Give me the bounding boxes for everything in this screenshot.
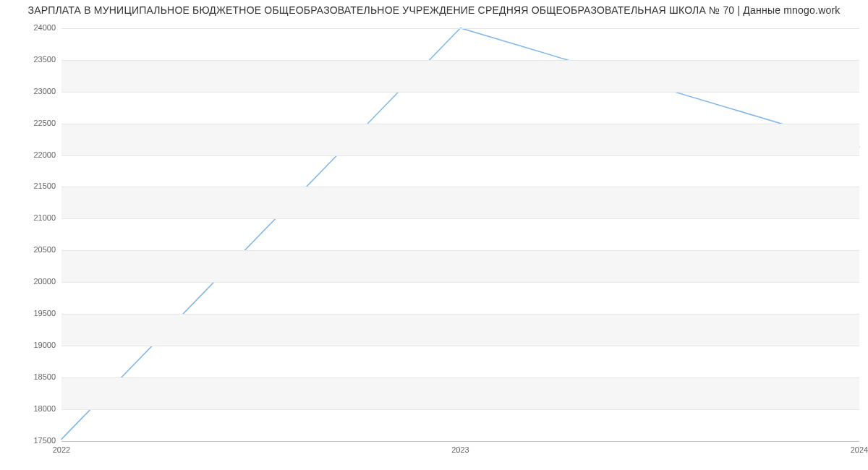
y-tick-label: 19500 — [18, 309, 56, 317]
grid-band — [61, 60, 859, 92]
grid-band — [61, 187, 859, 218]
y-tick-label: 20000 — [18, 277, 56, 286]
y-tick-label: 17500 — [18, 436, 56, 445]
y-tick-label: 18500 — [18, 372, 56, 381]
gridline-y — [61, 314, 859, 315]
y-tick-label: 23500 — [18, 55, 56, 64]
x-axis-line — [61, 441, 859, 442]
gridline-y — [61, 218, 859, 219]
y-tick-label: 21500 — [18, 181, 56, 190]
y-tick-label: 19000 — [18, 341, 56, 349]
gridline-y — [61, 377, 859, 378]
gridline-y — [61, 28, 859, 29]
gridline-y — [61, 124, 859, 124]
grid-band — [61, 377, 859, 409]
x-tick-label: 2023 — [439, 445, 482, 454]
y-tick-label: 24000 — [18, 23, 56, 32]
grid-band — [61, 250, 859, 282]
grid-band — [61, 314, 859, 346]
y-tick-label: 23000 — [18, 87, 56, 95]
y-tick-label: 22000 — [18, 150, 56, 159]
grid-band — [61, 124, 859, 155]
gridline-y — [61, 409, 859, 410]
x-tick-label: 2024 — [838, 445, 868, 454]
y-tick-label: 22500 — [18, 119, 56, 127]
y-tick-label: 18000 — [18, 404, 56, 413]
gridline-y — [61, 92, 859, 93]
y-tick-label: 21000 — [18, 213, 56, 222]
gridline-y — [61, 60, 859, 61]
gridline-y — [61, 346, 859, 346]
salary-line-chart: ЗАРПЛАТА В МУНИЦИПАЛЬНОЕ БЮДЖЕТНОЕ ОБЩЕО… — [0, 0, 868, 470]
y-tick-label: 20500 — [18, 245, 56, 254]
x-tick-label: 2022 — [40, 445, 83, 454]
gridline-y — [61, 250, 859, 251]
gridline-y — [61, 155, 859, 156]
gridline-y — [61, 282, 859, 283]
gridline-y — [61, 187, 859, 187]
